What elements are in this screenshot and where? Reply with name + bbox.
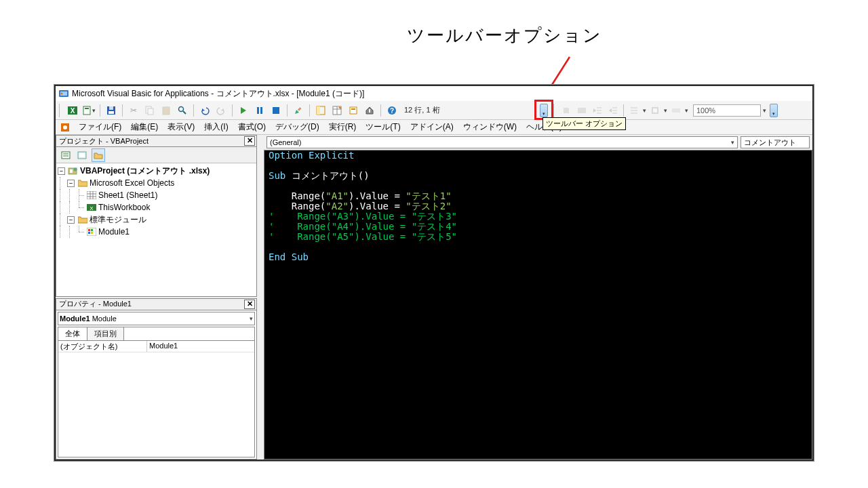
tree-excel-objects[interactable]: − Microsoft Excel Objects [56, 177, 256, 189]
code-text: ).Value = [349, 201, 406, 211]
toolbar-grip-icon[interactable] [58, 104, 62, 117]
close-button[interactable]: ✕ [244, 136, 255, 146]
copy-button[interactable] [143, 104, 157, 117]
chevron-down-icon[interactable]: ▾ [643, 107, 646, 114]
save-button[interactable] [104, 104, 118, 117]
tree-module1[interactable]: Module1 [56, 226, 256, 238]
menu-addins[interactable]: アドイン(A) [406, 120, 458, 134]
help-button[interactable]: ? [385, 104, 399, 117]
code-editor[interactable]: Option Explicit Sub コメントアウト() Range("A1"… [264, 150, 812, 460]
object-combo[interactable]: (General) ▾ [267, 136, 738, 148]
tab-categorized[interactable]: 項目別 [87, 327, 124, 340]
pause-button[interactable] [253, 104, 267, 117]
design-mode-button[interactable] [292, 104, 305, 117]
menu-edit[interactable]: 編集(E) [127, 120, 162, 134]
menu-window[interactable]: ウィンドウ(W) [459, 120, 521, 134]
svg-rect-18 [260, 107, 262, 114]
redo-button[interactable] [214, 104, 228, 117]
chevron-down-icon[interactable]: ▾ [685, 107, 688, 114]
svg-rect-9 [109, 106, 113, 110]
tree-item-label: Module1 [98, 227, 130, 237]
zoom-combo[interactable] [693, 104, 761, 117]
svg-rect-20 [298, 107, 302, 111]
vertical-splitter[interactable] [257, 135, 264, 460]
toolbar-options-button[interactable]: ▾ [540, 104, 548, 117]
collapse-icon[interactable]: − [58, 167, 65, 175]
svg-rect-10 [108, 111, 114, 114]
view-excel-button[interactable]: X [66, 104, 79, 117]
code-text: ).Value = [349, 190, 406, 201]
menu-insert[interactable]: 挿入(I) [200, 120, 232, 134]
collapse-icon[interactable]: − [67, 216, 75, 224]
edit-btn-7[interactable] [669, 104, 683, 117]
edit-btn-1[interactable] [559, 104, 573, 117]
svg-rect-33 [582, 108, 586, 113]
stop-button[interactable] [269, 104, 283, 117]
svg-rect-7 [85, 108, 89, 109]
property-row[interactable]: (オブジェクト名) Module1 [58, 341, 254, 352]
indent-button[interactable] [606, 104, 620, 117]
svg-rect-66 [88, 232, 90, 234]
toolbar-grip-icon[interactable] [553, 104, 556, 117]
tree-project-root[interactable]: − VBAProject (コメントアウト .xlsx) [56, 165, 256, 177]
project-panel-title: プロジェクト - VBAProject [59, 136, 149, 146]
outdent-button[interactable] [591, 104, 604, 117]
tree-thisworkbook[interactable]: X ThisWorkbook [56, 201, 256, 214]
toolbox-button[interactable] [363, 104, 376, 117]
svg-point-54 [74, 168, 77, 171]
menu-format[interactable]: 書式(O) [234, 120, 270, 134]
code-text: Range( [269, 201, 326, 211]
toolbar-separator [232, 104, 233, 117]
menubar-icon[interactable] [58, 121, 72, 134]
project-toolbar [56, 147, 256, 163]
tree-sheet1[interactable]: Sheet1 (Sheet1) [56, 189, 256, 201]
properties-panel-title: プロパティ - Module1 [59, 299, 132, 309]
properties-grid[interactable]: (オブジェクト名) Module1 [58, 340, 255, 458]
window-title: Microsoft Visual Basic for Applications … [72, 88, 364, 100]
property-value[interactable]: Module1 [146, 341, 254, 352]
menu-run[interactable]: 実行(R) [325, 120, 361, 134]
property-name: (オブジェクト名) [58, 341, 146, 352]
svg-rect-65 [91, 229, 93, 231]
edit-btn-2[interactable] [575, 104, 589, 117]
chevron-down-icon[interactable]: ▾ [763, 107, 766, 114]
menu-view[interactable]: 表示(V) [163, 120, 199, 134]
project-tree[interactable]: − VBAProject (コメントアウト .xlsx) − Microsoft… [56, 163, 256, 239]
edit-btn-6[interactable] [648, 104, 662, 117]
view-object-button[interactable] [75, 148, 89, 162]
properties-window-button[interactable] [330, 104, 344, 117]
menu-file[interactable]: ファイル(F) [75, 120, 125, 134]
project-explorer-button[interactable] [314, 104, 328, 117]
toolbar-separator [623, 104, 624, 117]
cut-button[interactable]: ✂ [127, 104, 140, 117]
folder-icon [77, 215, 88, 224]
tree-std-modules[interactable]: − 標準モジュール [56, 214, 256, 226]
object-browser-button[interactable] [347, 104, 360, 117]
find-button[interactable] [176, 104, 189, 117]
toggle-folders-button[interactable] [92, 148, 105, 162]
app-window: Microsoft Visual Basic for Applications … [54, 85, 814, 461]
svg-rect-44 [653, 108, 657, 113]
view-code-button[interactable] [59, 148, 73, 162]
code-string: "A1" [326, 190, 349, 201]
toolbar-options-button-2[interactable]: ▾ [770, 104, 778, 117]
properties-object-combo[interactable]: Module1 Module ▾ [58, 312, 255, 325]
undo-button[interactable] [198, 104, 212, 117]
edit-btn-5[interactable] [627, 104, 641, 117]
run-button[interactable] [237, 104, 250, 117]
menu-debug[interactable]: デバッグ(D) [271, 120, 323, 134]
toolbar-separator [193, 104, 194, 117]
svg-rect-28 [369, 109, 370, 113]
insert-dropdown-button[interactable]: ▾ [82, 104, 96, 117]
menu-tools[interactable]: ツール(T) [361, 120, 404, 134]
paste-button[interactable] [159, 104, 173, 117]
tab-all[interactable]: 全体 [58, 327, 87, 340]
prop-combo-name: Module1 [60, 314, 90, 323]
collapse-icon[interactable]: − [67, 180, 75, 187]
procedure-combo[interactable]: コメントアウト [741, 136, 810, 148]
chevron-down-icon[interactable]: ▾ [664, 107, 667, 114]
toolbar-separator [100, 104, 100, 117]
toolbar-separator [380, 104, 381, 117]
close-button[interactable]: ✕ [244, 300, 255, 309]
code-combo-bar: (General) ▾ コメントアウト [264, 135, 812, 150]
